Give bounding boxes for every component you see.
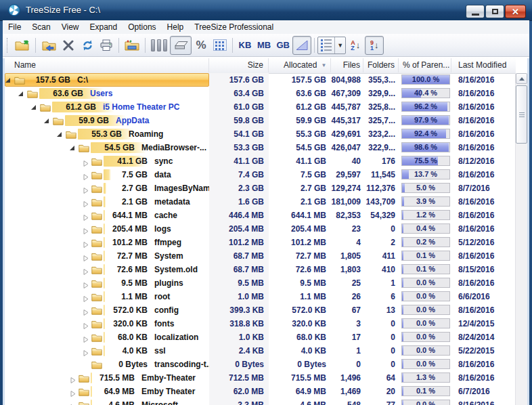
vertical-scrollbar[interactable] [515,73,527,405]
expand-toggle-icon[interactable] [83,171,89,178]
tree-row[interactable]: 0 Bytestranscoding-t...0 Bytes0 Bytes000… [5,358,516,371]
tree-row[interactable]: 1.1 MBroot1.0 MB1.1 MB2660.0 %6/6/2016 [5,290,516,303]
tree-row[interactable]: 41.1 GBsync41.1 GB41.1 GB4017675.5 %8/12… [5,154,516,168]
gradient-bar-view-button[interactable] [292,36,311,55]
expand-toggle-icon[interactable] [83,280,89,286]
minimize-button[interactable] [466,5,485,18]
tree-row[interactable]: 4.6 MBMicrosoft3.3 MB4.6 MB548770.0 %8/1… [5,398,516,405]
close-button[interactable]: ✕ [505,5,526,18]
expand-toggle-icon[interactable] [83,226,89,232]
menu-expand[interactable]: Expand [85,20,123,34]
tree-row[interactable]: 59.9 GBAppData59.8 GB59.9 GB445,317325,7… [5,114,516,127]
tree-row[interactable]: 157.5 GBC:\157.6 GB157.5 GB804,988355,3.… [5,73,516,87]
sort-alphabetical-button[interactable]: AZ ↓ [346,36,365,55]
last-modified-cell: 8/16/2016 [451,114,516,127]
expand-toggle-icon[interactable] [83,347,89,354]
expand-toggle-icon[interactable] [83,253,89,259]
folder-name-label: logs [154,222,171,236]
folders-cell: 329,9... [363,87,399,100]
tree-row[interactable]: 63.6 GBUsers63.4 GB63.6 GB467,309329,9..… [5,87,516,100]
allocated-cell: 61.2 GB [269,100,331,114]
collapse-toggle-icon[interactable] [44,117,51,124]
expand-toggle-icon[interactable] [83,334,89,341]
folders-cell: 0 [363,344,399,358]
tree-row[interactable]: 101.2 MBffmpeg101.2 MB101.2 MB420.2 %5/1… [5,236,516,249]
print-button[interactable] [97,36,116,55]
size-view-button[interactable] [170,36,192,55]
tree-row[interactable]: 68.0 KBlocalization1.0 KB68.0 KB1700.0 %… [5,331,516,344]
expand-toggle-icon[interactable] [83,212,89,219]
sort-by-size-button[interactable]: 91 ↓ [365,36,384,55]
column-header-files[interactable]: Files [331,58,363,72]
abort-scan-button[interactable] [59,36,78,55]
column-header-allocated[interactable]: Allocated▼ [269,58,331,72]
tree-row[interactable]: 572.0 KBconfig399.3 KB572.0 KB67130.0 %8… [5,303,516,317]
tree-row[interactable]: 55.3 GBRoaming54.1 GB55.3 GB429,691323,2… [5,127,516,141]
expand-toggle-icon[interactable] [83,158,89,165]
collapse-toggle-icon[interactable] [70,144,76,151]
unit-gb-button[interactable]: GB [273,36,292,55]
menu-treesize-professional[interactable]: TreeSize Professional [189,20,279,34]
collapse-toggle-icon[interactable] [31,104,38,110]
expand-toggle-icon[interactable] [70,402,76,405]
collapse-toggle-icon[interactable] [18,90,25,97]
files-cell: 25 [331,276,363,290]
tree-row[interactable]: 72.7 MBSystem68.7 MB72.7 MB1,8054110.1 %… [5,249,516,263]
menu-scan[interactable]: Scan [26,20,56,34]
toolbar-grip[interactable] [7,38,9,53]
size-cell: 68.7 MB [209,249,269,263]
menu-file[interactable]: File [3,20,26,34]
tree-row[interactable]: 2.1 GBmetadata1.6 GB2.1 GB181,009143,709… [5,195,516,209]
menu-help[interactable]: Help [162,20,190,34]
tree-row[interactable]: 320.0 KBfonts318.8 KB320.0 KB300.0 %12/4… [5,317,516,331]
expand-toggle-icon[interactable] [83,293,89,300]
column-header-size[interactable]: Size [209,58,269,72]
tree-row[interactable]: 61.2 GBi5 Home Theater PC61.0 GB61.2 GB4… [5,100,516,114]
column-header-percent-of-parent[interactable]: % of Paren... [399,58,451,72]
column-header-folders[interactable]: Folders [363,58,399,72]
unit-mb-button[interactable]: MB [254,36,273,55]
tree-row[interactable]: 72.6 MBSystem.old68.7 MB72.6 MB1,8034100… [5,263,516,276]
tree-row[interactable]: 4.0 KBssl2.4 KB4.0 KB100.0 %5/22/2015 [5,344,516,358]
size-cell: 7.4 GB [209,168,269,182]
tree-row[interactable]: 9.5 MBplugins9.5 MB9.5 MB2510.0 %8/16/20… [5,276,516,290]
scroll-up-button[interactable] [516,73,527,84]
columns-view-button[interactable] [148,36,170,55]
scan-parent-folder-button[interactable] [39,36,59,55]
collapse-toggle-icon[interactable] [57,131,64,137]
refresh-button[interactable] [78,36,97,55]
tree-row[interactable]: 54.5 GBMediaBrowser-...53.3 GB54.5 GB426… [5,141,516,154]
view-mode-dropdown[interactable]: ▼ [317,37,346,54]
folder-icon [66,129,76,141]
column-header-name[interactable]: Name [5,58,209,72]
title-bar[interactable]: TreeSize Free - C:\ ✕ [0,0,532,21]
tree-row[interactable]: 205.4 MBlogs205.4 MB205.4 MB2300.4 %8/16… [5,222,516,236]
expand-toggle-icon[interactable] [70,375,76,381]
files-cell: 1,496 [331,371,363,385]
select-directory-button[interactable] [12,36,32,55]
expand-toggle-icon[interactable] [83,239,89,246]
tree-row[interactable]: 2.7 GBImagesByName2.3 GB2.7 GB129,274112… [5,182,516,195]
tree-row[interactable]: 644.1 MBcache446.4 MB644.1 MB82,35354,32… [5,209,516,222]
expand-toggle-icon[interactable] [70,388,76,395]
expand-toggle-icon[interactable] [83,198,89,205]
menu-options[interactable]: Options [123,20,161,34]
tree-row[interactable]: 7.5 GBdata7.4 GB7.5 GB29,59711,54513.7 %… [5,168,516,182]
details-view-button[interactable] [210,36,229,55]
explorer-button[interactable] [122,36,142,55]
expand-toggle-icon[interactable] [83,185,89,192]
percent-view-button[interactable]: % [192,36,210,55]
maximize-button[interactable] [485,5,504,18]
tree-row[interactable]: 64.9 MBEmby Theater62.0 MB64.9 MB1,46920… [5,385,516,398]
expand-toggle-icon[interactable] [83,307,89,314]
column-header-last-modified[interactable]: Last Modified [451,58,516,72]
unit-kb-button[interactable]: KB [236,36,254,55]
menu-view[interactable]: View [56,20,85,34]
scrollbar-thumb[interactable] [516,85,527,144]
tree-row[interactable]: 715.5 MBEmby-Theater712.5 MB715.5 MB1,49… [5,371,516,385]
expand-toggle-icon[interactable] [83,266,89,273]
expand-toggle-icon[interactable] [83,320,89,327]
collapse-toggle-icon[interactable] [5,77,12,83]
percent-bar: 92.4 % [401,129,450,139]
size-cell: 63.4 GB [209,87,269,100]
